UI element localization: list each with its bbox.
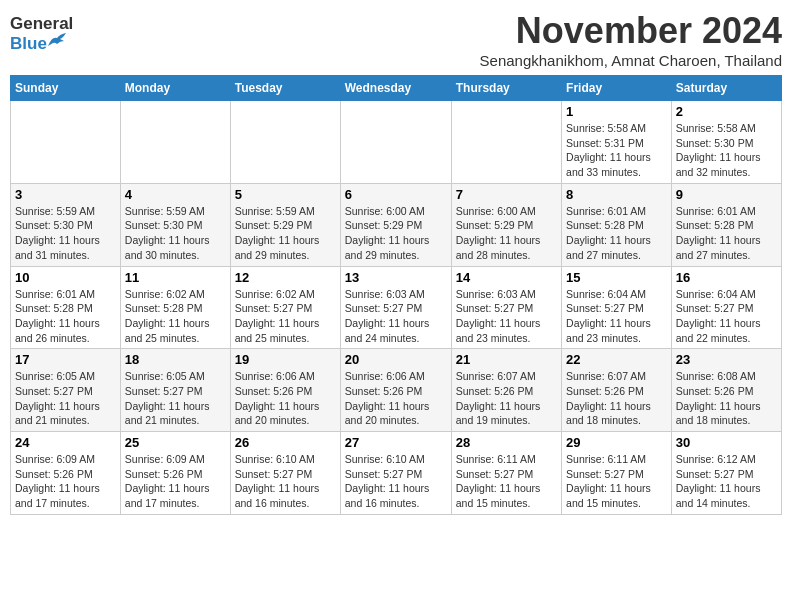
day-number: 7 [456, 187, 557, 202]
calendar-cell: 17Sunrise: 6:05 AMSunset: 5:27 PMDayligh… [11, 349, 121, 432]
day-info: Sunrise: 5:58 AMSunset: 5:31 PMDaylight:… [566, 121, 667, 180]
calendar-cell: 7Sunrise: 6:00 AMSunset: 5:29 PMDaylight… [451, 183, 561, 266]
calendar-cell: 27Sunrise: 6:10 AMSunset: 5:27 PMDayligh… [340, 432, 451, 515]
day-info: Sunrise: 6:07 AMSunset: 5:26 PMDaylight:… [566, 369, 667, 428]
day-number: 17 [15, 352, 116, 367]
day-info: Sunrise: 6:04 AMSunset: 5:27 PMDaylight:… [676, 287, 777, 346]
day-info: Sunrise: 6:04 AMSunset: 5:27 PMDaylight:… [566, 287, 667, 346]
calendar-week-row: 3Sunrise: 5:59 AMSunset: 5:30 PMDaylight… [11, 183, 782, 266]
logo-bird-icon [46, 32, 68, 48]
day-info: Sunrise: 6:02 AMSunset: 5:28 PMDaylight:… [125, 287, 226, 346]
weekday-header-wednesday: Wednesday [340, 76, 451, 101]
day-info: Sunrise: 6:07 AMSunset: 5:26 PMDaylight:… [456, 369, 557, 428]
day-number: 16 [676, 270, 777, 285]
day-number: 26 [235, 435, 336, 450]
day-info: Sunrise: 6:09 AMSunset: 5:26 PMDaylight:… [125, 452, 226, 511]
logo-general: General [10, 14, 73, 34]
calendar-cell [340, 101, 451, 184]
day-info: Sunrise: 5:58 AMSunset: 5:30 PMDaylight:… [676, 121, 777, 180]
calendar-cell: 22Sunrise: 6:07 AMSunset: 5:26 PMDayligh… [562, 349, 672, 432]
calendar-week-row: 10Sunrise: 6:01 AMSunset: 5:28 PMDayligh… [11, 266, 782, 349]
month-year-title: November 2024 [480, 10, 782, 52]
calendar-cell: 19Sunrise: 6:06 AMSunset: 5:26 PMDayligh… [230, 349, 340, 432]
calendar-cell: 28Sunrise: 6:11 AMSunset: 5:27 PMDayligh… [451, 432, 561, 515]
day-info: Sunrise: 6:05 AMSunset: 5:27 PMDaylight:… [15, 369, 116, 428]
day-info: Sunrise: 6:01 AMSunset: 5:28 PMDaylight:… [566, 204, 667, 263]
title-block: November 2024 Senangkhanikhom, Amnat Cha… [480, 10, 782, 69]
calendar-body: 1Sunrise: 5:58 AMSunset: 5:31 PMDaylight… [11, 101, 782, 515]
day-info: Sunrise: 5:59 AMSunset: 5:29 PMDaylight:… [235, 204, 336, 263]
day-number: 3 [15, 187, 116, 202]
calendar-cell: 13Sunrise: 6:03 AMSunset: 5:27 PMDayligh… [340, 266, 451, 349]
day-number: 5 [235, 187, 336, 202]
weekday-header-monday: Monday [120, 76, 230, 101]
location-subtitle: Senangkhanikhom, Amnat Charoen, Thailand [480, 52, 782, 69]
day-number: 6 [345, 187, 447, 202]
calendar-header-row: SundayMondayTuesdayWednesdayThursdayFrid… [11, 76, 782, 101]
page-header: General Blue November 2024 Senangkhanikh… [10, 10, 782, 69]
logo: General Blue [10, 14, 62, 52]
calendar-cell: 26Sunrise: 6:10 AMSunset: 5:27 PMDayligh… [230, 432, 340, 515]
day-number: 29 [566, 435, 667, 450]
day-info: Sunrise: 6:10 AMSunset: 5:27 PMDaylight:… [345, 452, 447, 511]
calendar-cell: 20Sunrise: 6:06 AMSunset: 5:26 PMDayligh… [340, 349, 451, 432]
day-info: Sunrise: 6:10 AMSunset: 5:27 PMDaylight:… [235, 452, 336, 511]
day-number: 22 [566, 352, 667, 367]
day-number: 20 [345, 352, 447, 367]
calendar-cell: 11Sunrise: 6:02 AMSunset: 5:28 PMDayligh… [120, 266, 230, 349]
calendar-cell: 21Sunrise: 6:07 AMSunset: 5:26 PMDayligh… [451, 349, 561, 432]
calendar-cell: 29Sunrise: 6:11 AMSunset: 5:27 PMDayligh… [562, 432, 672, 515]
calendar-cell: 25Sunrise: 6:09 AMSunset: 5:26 PMDayligh… [120, 432, 230, 515]
calendar-cell: 18Sunrise: 6:05 AMSunset: 5:27 PMDayligh… [120, 349, 230, 432]
day-info: Sunrise: 6:00 AMSunset: 5:29 PMDaylight:… [345, 204, 447, 263]
day-number: 9 [676, 187, 777, 202]
day-number: 2 [676, 104, 777, 119]
calendar-cell: 3Sunrise: 5:59 AMSunset: 5:30 PMDaylight… [11, 183, 121, 266]
day-number: 8 [566, 187, 667, 202]
weekday-header-tuesday: Tuesday [230, 76, 340, 101]
calendar-cell: 12Sunrise: 6:02 AMSunset: 5:27 PMDayligh… [230, 266, 340, 349]
day-info: Sunrise: 6:11 AMSunset: 5:27 PMDaylight:… [566, 452, 667, 511]
calendar-cell: 8Sunrise: 6:01 AMSunset: 5:28 PMDaylight… [562, 183, 672, 266]
calendar-table: SundayMondayTuesdayWednesdayThursdayFrid… [10, 75, 782, 515]
calendar-cell: 1Sunrise: 5:58 AMSunset: 5:31 PMDaylight… [562, 101, 672, 184]
day-info: Sunrise: 6:05 AMSunset: 5:27 PMDaylight:… [125, 369, 226, 428]
calendar-week-row: 24Sunrise: 6:09 AMSunset: 5:26 PMDayligh… [11, 432, 782, 515]
day-number: 11 [125, 270, 226, 285]
day-number: 27 [345, 435, 447, 450]
weekday-header-thursday: Thursday [451, 76, 561, 101]
day-info: Sunrise: 6:06 AMSunset: 5:26 PMDaylight:… [235, 369, 336, 428]
day-number: 1 [566, 104, 667, 119]
weekday-header-saturday: Saturday [671, 76, 781, 101]
day-number: 24 [15, 435, 116, 450]
day-number: 12 [235, 270, 336, 285]
calendar-cell: 15Sunrise: 6:04 AMSunset: 5:27 PMDayligh… [562, 266, 672, 349]
day-info: Sunrise: 6:11 AMSunset: 5:27 PMDaylight:… [456, 452, 557, 511]
day-info: Sunrise: 6:03 AMSunset: 5:27 PMDaylight:… [345, 287, 447, 346]
calendar-cell: 2Sunrise: 5:58 AMSunset: 5:30 PMDaylight… [671, 101, 781, 184]
day-number: 30 [676, 435, 777, 450]
weekday-header-sunday: Sunday [11, 76, 121, 101]
day-number: 18 [125, 352, 226, 367]
calendar-cell [230, 101, 340, 184]
day-number: 15 [566, 270, 667, 285]
calendar-cell [11, 101, 121, 184]
weekday-header-friday: Friday [562, 76, 672, 101]
calendar-cell: 10Sunrise: 6:01 AMSunset: 5:28 PMDayligh… [11, 266, 121, 349]
calendar-cell: 5Sunrise: 5:59 AMSunset: 5:29 PMDaylight… [230, 183, 340, 266]
calendar-cell: 14Sunrise: 6:03 AMSunset: 5:27 PMDayligh… [451, 266, 561, 349]
calendar-week-row: 1Sunrise: 5:58 AMSunset: 5:31 PMDaylight… [11, 101, 782, 184]
day-number: 14 [456, 270, 557, 285]
day-info: Sunrise: 5:59 AMSunset: 5:30 PMDaylight:… [15, 204, 116, 263]
day-info: Sunrise: 6:01 AMSunset: 5:28 PMDaylight:… [676, 204, 777, 263]
day-info: Sunrise: 6:00 AMSunset: 5:29 PMDaylight:… [456, 204, 557, 263]
day-number: 19 [235, 352, 336, 367]
day-number: 28 [456, 435, 557, 450]
calendar-week-row: 17Sunrise: 6:05 AMSunset: 5:27 PMDayligh… [11, 349, 782, 432]
day-number: 4 [125, 187, 226, 202]
day-number: 13 [345, 270, 447, 285]
calendar-cell: 24Sunrise: 6:09 AMSunset: 5:26 PMDayligh… [11, 432, 121, 515]
calendar-cell: 9Sunrise: 6:01 AMSunset: 5:28 PMDaylight… [671, 183, 781, 266]
day-number: 25 [125, 435, 226, 450]
day-info: Sunrise: 5:59 AMSunset: 5:30 PMDaylight:… [125, 204, 226, 263]
